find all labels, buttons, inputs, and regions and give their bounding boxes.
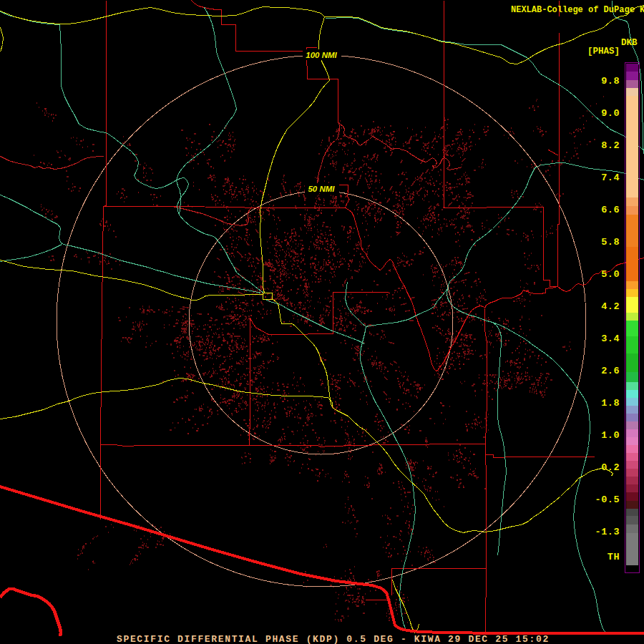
svg-text:9.8: 9.8 xyxy=(601,76,620,87)
svg-text:50 NMI: 50 NMI xyxy=(308,185,335,193)
svg-text:-0.5: -0.5 xyxy=(595,494,620,505)
svg-text:4.2: 4.2 xyxy=(601,301,620,312)
svg-text:100 NMI: 100 NMI xyxy=(306,51,337,59)
svg-text:DKB: DKB xyxy=(621,38,638,48)
svg-text:8.2: 8.2 xyxy=(601,140,620,151)
svg-text:1.0: 1.0 xyxy=(601,430,620,441)
svg-text:9.0: 9.0 xyxy=(601,108,620,119)
svg-text:1.8: 1.8 xyxy=(601,398,620,409)
svg-text:SPECIFIC DIFFERENTIAL PHASE (K: SPECIFIC DIFFERENTIAL PHASE (KDP) 0.5 DE… xyxy=(117,634,550,644)
svg-text:[PHAS]: [PHAS] xyxy=(587,47,620,57)
svg-text:2.6: 2.6 xyxy=(601,366,620,376)
svg-text:7.4: 7.4 xyxy=(601,172,620,183)
svg-text:5.8: 5.8 xyxy=(601,237,620,248)
svg-text:-1.3: -1.3 xyxy=(595,527,620,537)
svg-text:5.0: 5.0 xyxy=(601,269,620,280)
svg-text:TH: TH xyxy=(608,552,620,562)
svg-text:6.6: 6.6 xyxy=(601,205,620,215)
svg-text:3.4: 3.4 xyxy=(601,333,620,344)
svg-text:NEXLAB-College of DuPage K: NEXLAB-College of DuPage K xyxy=(511,5,644,15)
svg-text:0.2: 0.2 xyxy=(601,462,620,473)
